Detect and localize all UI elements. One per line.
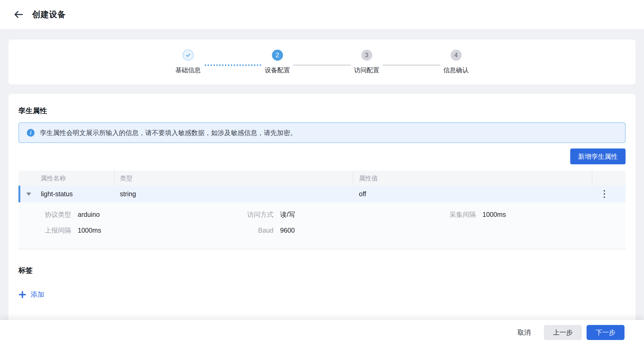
detail-item-collect-interval: 采集间隔 1000ms (423, 207, 626, 222)
step-active-circle: 2 (272, 50, 283, 61)
page-title: 创建设备 (32, 9, 66, 20)
kebab-vertical-icon[interactable] (602, 188, 607, 200)
detail-value: arduino (78, 211, 100, 218)
column-header-actions (592, 171, 626, 186)
detail-item-protocol: 协议类型 arduino (18, 207, 221, 222)
step-label: 基础信息 (175, 66, 201, 74)
detail-value: 1000ms (78, 227, 101, 234)
step-info-confirm[interactable]: 4 信息确认 (440, 50, 472, 74)
detail-value: 读/写 (280, 210, 295, 219)
add-tag-link[interactable]: 添加 (18, 290, 44, 299)
detail-label: 协议类型 (18, 210, 71, 219)
step-done-circle (183, 50, 194, 61)
detail-item-access-mode: 访问方式 读/写 (221, 207, 423, 222)
row-actions-cell (592, 188, 626, 200)
table-header-row: 属性名称 类型 属性值 (18, 171, 626, 186)
detail-item-report-interval: 上报间隔 1000ms (18, 222, 221, 238)
next-step-button[interactable]: 下一步 (587, 325, 625, 340)
plus-icon (18, 291, 26, 299)
property-type-cell: string (115, 190, 353, 198)
step-pending-circle: 4 (451, 50, 462, 61)
step-access-config[interactable]: 3 访问配置 (351, 50, 383, 74)
detail-label: 上报间隔 (18, 226, 71, 235)
table-row: light-status string off (18, 186, 626, 202)
tags-title: 标签 (18, 266, 626, 275)
property-name: light-status (41, 190, 73, 198)
wizard-footer-bar: 取消 上一步 下一步 (0, 320, 644, 345)
add-twin-property-button[interactable]: 新增孪生属性 (570, 148, 626, 164)
add-tag-label: 添加 (31, 290, 44, 299)
table-toolbar: 新增孪生属性 (18, 148, 626, 164)
twin-properties-title: 孪生属性 (18, 94, 626, 116)
detail-label: Baud (221, 227, 274, 234)
detail-value: 9600 (280, 227, 295, 234)
stepper-connector (293, 65, 351, 66)
step-label: 设备配置 (265, 66, 290, 74)
column-header-type: 类型 (115, 171, 353, 186)
step-device-config[interactable]: 2 设备配置 (262, 50, 293, 74)
detail-item-baud: Baud 9600 (221, 222, 423, 238)
property-value-cell: off (353, 190, 592, 198)
back-button[interactable] (13, 9, 24, 20)
row-detail-panel: 协议类型 arduino 访问方式 读/写 采集间隔 1000ms 上报间隔 1… (18, 202, 626, 249)
create-device-page: 创建设备 基础信息 2 设备配置 3 访问配置 (0, 0, 644, 345)
twin-properties-table: 属性名称 类型 属性值 light-status string off (18, 171, 626, 249)
stepper-connector-dotted (204, 64, 262, 66)
property-name-cell: light-status (18, 190, 115, 198)
device-config-card: 孪生属性 i 孪生属性会明文展示所输入的信息，请不要填入敏感数据，如涉及敏感信息… (8, 94, 636, 320)
caret-down-icon[interactable] (26, 193, 31, 196)
detail-value: 1000ms (482, 211, 506, 218)
detail-grid: 协议类型 arduino 访问方式 读/写 采集间隔 1000ms 上报间隔 1… (18, 207, 626, 238)
step-label: 信息确认 (443, 66, 469, 74)
detail-label: 采集间隔 (423, 210, 476, 219)
step-basic-info[interactable]: 基础信息 (172, 50, 204, 74)
column-header-value: 属性值 (353, 171, 592, 186)
arrow-left-icon (14, 11, 23, 18)
twin-properties-alert: i 孪生属性会明文展示所输入的信息，请不要填入敏感数据，如涉及敏感信息，请先加密… (18, 122, 626, 143)
stepper-card: 基础信息 2 设备配置 3 访问配置 4 信息确认 (8, 40, 636, 84)
info-circle-icon: i (27, 129, 35, 137)
step-label: 访问配置 (354, 66, 379, 74)
detail-label: 访问方式 (221, 210, 274, 219)
wizard-stepper: 基础信息 2 设备配置 3 访问配置 4 信息确认 (8, 40, 636, 74)
column-header-name: 属性名称 (18, 171, 115, 186)
alert-text: 孪生属性会明文展示所输入的信息，请不要填入敏感数据，如涉及敏感信息，请先加密。 (40, 128, 297, 137)
cancel-button[interactable]: 取消 (518, 328, 531, 337)
detail-item-empty (423, 222, 626, 238)
previous-step-button[interactable]: 上一步 (544, 325, 582, 340)
stepper-connector (383, 65, 440, 66)
top-header-bar: 创建设备 (0, 0, 644, 29)
step-pending-circle: 3 (361, 50, 372, 61)
check-icon (185, 52, 191, 58)
